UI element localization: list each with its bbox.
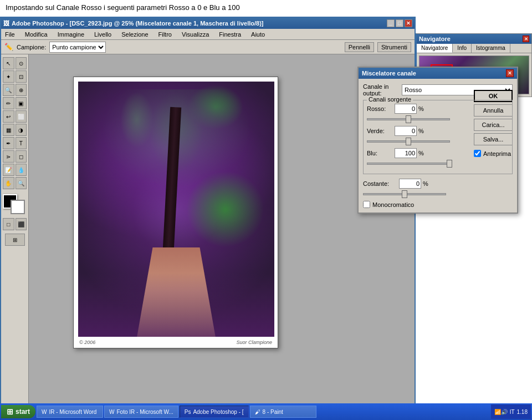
verde-slider-thumb[interactable] <box>406 138 411 145</box>
taskbar-word[interactable]: W IR - Microsoft Word <box>37 406 103 418</box>
taskbar-photoshop[interactable]: Ps Adobe Photoshop - [ <box>180 406 249 418</box>
canali-sorgente-group: Canali sorgente Rosso: % Verde: % <box>363 100 513 174</box>
menu-immagine[interactable]: Immagine <box>56 31 86 38</box>
ps-title: Adobe Photoshop - [DSC_2923.jpg @ 25% (M… <box>12 20 387 27</box>
blu-input[interactable] <box>395 148 417 158</box>
verde-input[interactable] <box>395 126 417 136</box>
monocromatico-row: Monocromatico <box>363 201 513 208</box>
taskbar-paint[interactable]: 🖌 8 - Paint <box>250 406 316 418</box>
photo-caption: © 2006 Suor Clampione <box>74 340 278 345</box>
tool-heal[interactable]: ⊕ <box>16 84 27 96</box>
rosso-label: Rosso: <box>367 105 395 112</box>
taskbar-word-label: IR - Microsoft Word <box>49 409 96 415</box>
close-button[interactable]: ✕ <box>405 19 412 27</box>
canali-sorgente-legend: Canali sorgente <box>367 96 413 103</box>
tab-istogramma[interactable]: Istogramma <box>472 44 510 53</box>
rosso-input[interactable] <box>395 104 417 114</box>
tool-eyedropper2[interactable]: 💧 <box>16 164 27 176</box>
photoshop-window: 🖼 Adobe Photoshop - [DSC_2923.jpg @ 25% … <box>0 17 416 416</box>
photo-document[interactable]: © 2006 Suor Clampione <box>73 77 278 348</box>
green-patch <box>186 171 265 247</box>
tool-magic-wand[interactable]: ✦ <box>3 70 14 83</box>
standard-mode-btn[interactable]: □ <box>3 218 14 230</box>
tool-hand[interactable]: ✋ <box>3 177 14 189</box>
tool-move[interactable]: ↖ <box>3 57 14 69</box>
costante-slider-track[interactable] <box>363 193 446 195</box>
tool-history-brush[interactable]: ↩ <box>3 110 14 123</box>
taskbar-tray: 📶🔊 IT 1.18 <box>491 404 531 419</box>
tool-notes[interactable]: 📝 <box>3 164 14 176</box>
caption-left: © 2006 <box>79 340 95 345</box>
tool-dodge[interactable]: ◑ <box>16 124 27 136</box>
blu-slider-thumb[interactable] <box>447 160 452 168</box>
quick-mask-btn[interactable]: ⬛ <box>16 218 27 230</box>
ps-titlebar: 🖼 Adobe Photoshop - [DSC_2923.jpg @ 25% … <box>1 18 415 29</box>
rosso-slider-thumb[interactable] <box>406 115 411 123</box>
tool-icon: ✏️ <box>4 43 13 51</box>
strumenti-btn[interactable]: Strumenti <box>377 42 411 52</box>
tool-shape[interactable]: ◻ <box>16 150 27 163</box>
menu-selezione[interactable]: Selezione <box>120 31 150 38</box>
navigator-title: Navigatore <box>419 36 451 42</box>
tool-brush[interactable]: ✏ <box>3 97 14 109</box>
dialog-body: OK Annulla Carica... Salva... Anteprima … <box>359 79 517 212</box>
menu-livello[interactable]: Livello <box>93 31 113 38</box>
navigator-close[interactable]: ✕ <box>523 36 529 42</box>
verde-slider-track[interactable] <box>367 140 450 143</box>
monocromatico-label: Monocromatico <box>372 201 414 208</box>
blu-pct: % <box>418 150 424 156</box>
start-button[interactable]: ⊞ start <box>1 405 35 418</box>
tools-panel: ↖ ⊙ ✦ ⊡ 🔍 ⊕ ✏ ▣ ↩ ⬜ ▦ ◑ ✒ T ⋗ ◻ <box>1 54 29 404</box>
ps-window-icon: 🖼 <box>3 20 9 27</box>
minimize-button[interactable]: _ <box>387 19 395 27</box>
costante-slider-thumb[interactable] <box>402 190 407 198</box>
background-color[interactable] <box>11 200 25 214</box>
tool-path-select[interactable]: ⋗ <box>3 150 14 163</box>
tool-zoom[interactable]: 🔍 <box>16 177 27 189</box>
taskbar-foto-word-label: Foto IR - Microsoft W... <box>116 409 173 415</box>
menu-aiuto[interactable]: Aiuto <box>249 31 267 38</box>
tool-text[interactable]: T <box>16 137 27 149</box>
tool-pen[interactable]: ✒ <box>3 137 14 149</box>
canvas-area: © 2006 Suor Clampione <box>29 54 415 404</box>
panel-tabs: Navigatore Info Istogramma <box>417 44 531 53</box>
costante-input[interactable] <box>399 179 421 189</box>
taskbar-ps-label: Adobe Photoshop - [ <box>193 409 243 415</box>
paint-icon: 🖌 <box>255 409 260 415</box>
blu-slider-track[interactable] <box>367 163 450 165</box>
rosso-value-row: Rosso: % <box>367 104 509 114</box>
monocromatico-checkbox[interactable] <box>363 201 370 208</box>
menu-finestra[interactable]: Finestra <box>217 31 243 38</box>
rosso-slider-row: Rosso: % <box>367 104 509 120</box>
verde-value-row: Verde: % <box>367 126 509 136</box>
tab-info[interactable]: Info <box>453 44 472 53</box>
menu-filtro[interactable]: Filtro <box>157 31 173 38</box>
pennelli-btn[interactable]: Pennelli <box>345 42 374 52</box>
dialog-close-button[interactable]: ✕ <box>506 69 514 77</box>
tool-stamp[interactable]: ▣ <box>16 97 27 109</box>
menu-modifica[interactable]: Modifica <box>23 31 49 38</box>
campione-select[interactable]: Punto campione <box>49 42 106 53</box>
tool-lasso[interactable]: ⊙ <box>16 57 27 69</box>
rosso-slider-track[interactable] <box>367 118 450 120</box>
tool-crop[interactable]: ⊡ <box>16 70 27 83</box>
tool-eraser[interactable]: ⬜ <box>16 110 27 123</box>
locale-label: IT <box>510 409 515 415</box>
blu-value-row: Blu: % <box>367 148 509 158</box>
tab-navigatore[interactable]: Navigatore <box>417 44 453 53</box>
start-label: start <box>16 408 30 416</box>
screen-mode-btn[interactable]: ⊞ <box>5 234 25 246</box>
dialog-titlebar: Miscelatore canale ✕ <box>359 68 517 79</box>
tool-gradient[interactable]: ▦ <box>3 124 14 136</box>
maximize-button[interactable]: □ <box>396 19 403 27</box>
tool-eyedropper[interactable]: 🔍 <box>3 84 14 96</box>
costante-label: Costante: <box>363 180 399 187</box>
menu-visualizza[interactable]: Visualizza <box>180 31 211 38</box>
ps-window-controls: _ □ ✕ <box>387 19 412 27</box>
menu-file[interactable]: File <box>3 31 17 38</box>
page-description: Impostando sul Canale Rosso i seguenti p… <box>6 3 240 12</box>
campione-label: Campione: <box>17 44 46 50</box>
taskbar-foto-word[interactable]: W Foto IR - Microsoft W... <box>104 406 178 418</box>
ps-icon: Ps <box>185 409 191 415</box>
blu-slider-row: Blu: % <box>367 148 509 165</box>
